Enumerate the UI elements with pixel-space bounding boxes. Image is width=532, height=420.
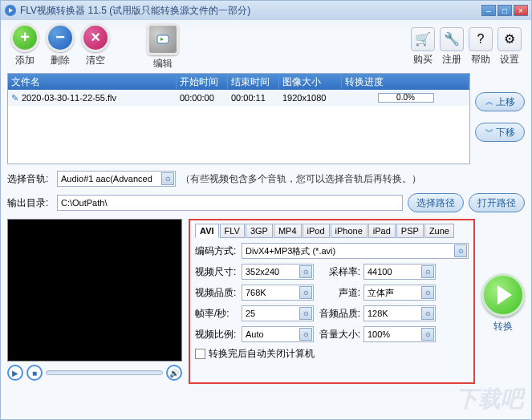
chevron-down-icon: ⊙	[299, 286, 312, 299]
minus-icon: −	[46, 23, 75, 52]
audio-track-select[interactable]: Audio#1 aac(Advanced ⊙	[57, 171, 176, 187]
col-end[interactable]: 结束时间	[228, 75, 279, 89]
reorder-buttons: ︽上移 ︾下移	[475, 73, 525, 164]
edit-button[interactable]: 编辑	[147, 23, 179, 71]
app-icon	[4, 4, 17, 17]
tab-3gp[interactable]: 3GP	[246, 224, 273, 238]
col-progress[interactable]: 转换进度	[342, 75, 469, 89]
shutdown-checkbox[interactable]: 转换完后自动关闭计算机	[195, 347, 469, 361]
file-table: 文件名 开始时间 结束时间 图像大小 转换进度 ✎2020-03-30-11-2…	[7, 73, 470, 164]
edit-icon	[147, 23, 179, 55]
edit-label: 编辑	[153, 57, 173, 71]
minimize-button[interactable]: –	[481, 5, 496, 16]
convert-column: 转换	[481, 219, 525, 384]
channel-select[interactable]: 立体声⊙	[363, 285, 436, 301]
x-icon: ×	[81, 23, 110, 52]
chevron-down-icon: ⊙	[299, 307, 312, 320]
audio-hint: （有些视频包含多个音轨，您可以选择音轨后再转换。）	[181, 172, 421, 186]
stop-button[interactable]: ■	[26, 365, 43, 381]
left-column: 文件名 开始时间 结束时间 图像大小 转换进度 ✎2020-03-30-11-2…	[7, 73, 470, 164]
maximize-button[interactable]: □	[497, 5, 512, 16]
col-start[interactable]: 开始时间	[177, 75, 228, 89]
checkbox-icon	[195, 349, 205, 359]
tab-mp4[interactable]: MP4	[274, 224, 302, 238]
clear-button[interactable]: × 清空	[81, 23, 110, 71]
delete-label: 删除	[51, 54, 70, 67]
chevron-down-icon: ⊙	[421, 286, 434, 299]
ratio-select[interactable]: Auto⊙	[242, 326, 314, 342]
aqual-label: 音频品质:	[317, 307, 360, 321]
right-tool-group: 🛒 购买 🔧 注册 ? 帮助 ⚙ 设置	[411, 27, 522, 67]
video-quality-select[interactable]: 768K⊙	[242, 285, 314, 301]
delete-button[interactable]: − 删除	[46, 23, 75, 71]
move-down-button[interactable]: ︾下移	[475, 123, 525, 142]
chevron-down-icon: ︾	[485, 127, 493, 138]
help-button[interactable]: ? 帮助	[469, 27, 493, 67]
move-up-button[interactable]: ︽上移	[475, 92, 525, 111]
chevron-down-icon: ⊙	[161, 172, 174, 185]
tab-ipad[interactable]: iPad	[368, 224, 396, 238]
video-size-select[interactable]: 352x240⊙	[242, 264, 314, 280]
help-icon: ?	[469, 27, 493, 51]
play-button[interactable]: ▶	[7, 365, 23, 381]
sample-rate-select[interactable]: 44100⊙	[363, 264, 436, 280]
tab-avi[interactable]: AVI	[195, 224, 219, 238]
progress-bar: 0.0%	[378, 93, 434, 103]
settings-button[interactable]: ⚙ 设置	[497, 27, 522, 67]
sample-label: 采样率:	[317, 265, 360, 279]
chevron-down-icon: ⊙	[421, 307, 434, 320]
volume-label: 音量大小:	[317, 328, 360, 341]
tab-iphone[interactable]: iPhone	[331, 224, 368, 238]
channel-label: 声道:	[317, 286, 360, 300]
codec-label: 编码方式:	[195, 244, 238, 258]
cart-icon: 🛒	[411, 27, 435, 51]
audio-label: 选择音轨:	[7, 172, 52, 186]
format-settings-panel: AVI FLV 3GP MP4 iPod iPhone iPad PSP Zun…	[189, 219, 475, 384]
open-path-button[interactable]: 打开路径	[469, 193, 525, 212]
codec-select[interactable]: DivX4+MP3格式 (*.avi)⊙	[242, 243, 469, 259]
volume-select[interactable]: 100%⊙	[363, 326, 436, 342]
fps-select[interactable]: 25⊙	[242, 305, 314, 321]
add-button[interactable]: + 添加	[10, 23, 39, 71]
tab-psp[interactable]: PSP	[396, 224, 424, 238]
audio-track-row: 选择音轨: Audio#1 aac(Advanced ⊙ （有些视频包含多个音轨…	[7, 171, 525, 187]
convert-label: 转换	[493, 320, 513, 333]
format-tabs: AVI FLV 3GP MP4 iPod iPhone iPad PSP Zun…	[195, 224, 469, 238]
vsize-label: 视频尺寸:	[195, 265, 238, 279]
titlebar: FLV视频转换器 11.5 (试用版只能转换源文件的一部分) – □ ×	[1, 1, 531, 20]
volume-button[interactable]: 🔊	[166, 365, 182, 381]
shutdown-label: 转换完后自动关闭计算机	[209, 347, 315, 361]
output-path-input[interactable]: C:\OutPath\	[57, 195, 403, 211]
ratio-label: 视频比例:	[195, 328, 238, 341]
chevron-down-icon: ⊙	[421, 265, 434, 278]
cell-end: 00:00:11	[228, 93, 279, 103]
output-label: 输出目录:	[7, 196, 52, 210]
player-controls: ▶ ■ 🔊	[7, 361, 182, 384]
col-filename[interactable]: 文件名	[8, 75, 177, 89]
bottom-area: ▶ ■ 🔊 AVI FLV 3GP MP4 iPod iPhone iPad P…	[1, 212, 531, 390]
register-button[interactable]: 🔧 注册	[440, 27, 464, 67]
seek-slider[interactable]	[46, 370, 163, 375]
options-rows: 选择音轨: Audio#1 aac(Advanced ⊙ （有些视频包含多个音轨…	[1, 171, 531, 212]
chevron-down-icon: ⊙	[299, 265, 312, 278]
preview-panel: ▶ ■ 🔊	[7, 219, 182, 384]
close-button[interactable]: ×	[514, 5, 528, 16]
tab-ipod[interactable]: iPod	[303, 224, 330, 238]
convert-button[interactable]	[481, 273, 525, 317]
main-toolbar: + 添加 − 删除 × 清空 编辑 🛒 购买	[1, 20, 531, 73]
tab-flv[interactable]: FLV	[220, 224, 245, 238]
choose-path-button[interactable]: 选择路径	[408, 193, 464, 212]
chevron-down-icon: ⊙	[454, 244, 467, 257]
plus-icon: +	[10, 23, 39, 52]
output-row: 输出目录: C:\OutPath\ 选择路径 打开路径	[7, 193, 525, 212]
main-area: 文件名 开始时间 结束时间 图像大小 转换进度 ✎2020-03-30-11-2…	[1, 73, 531, 164]
buy-button[interactable]: 🛒 购买	[411, 27, 435, 67]
audio-quality-select[interactable]: 128K⊙	[363, 305, 436, 321]
tab-zune[interactable]: Zune	[424, 224, 454, 238]
cell-name: 2020-03-30-11-22-55.flv	[22, 93, 116, 103]
chevron-up-icon: ︽	[485, 96, 493, 107]
col-size[interactable]: 图像大小	[279, 75, 342, 89]
table-row[interactable]: ✎2020-03-30-11-22-55.flv 00:00:00 00:00:…	[8, 90, 469, 106]
file-icon: ✎	[11, 93, 18, 103]
cell-progress: 0.0%	[342, 93, 469, 103]
